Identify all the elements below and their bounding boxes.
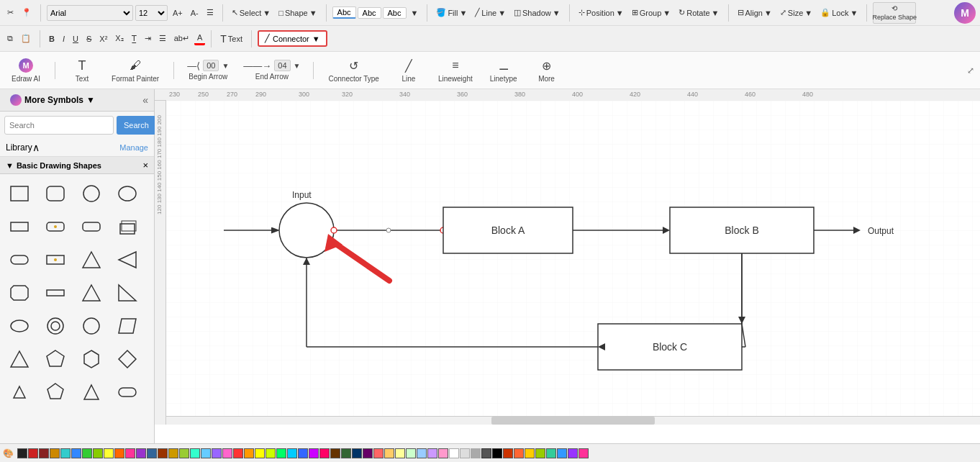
color-yellowgreen[interactable] [535,448,545,458]
search-input[interactable] [4,116,114,135]
size-button[interactable]: ⤢ Size ▼ [777,6,815,19]
shape-short-rect[interactable] [40,278,71,308]
shape-ellipse-small[interactable] [4,311,35,341]
color-lime[interactable] [179,448,189,458]
color-peach[interactable] [384,448,394,458]
begin-arrow-dropdown[interactable]: —⟨ 00 ▼ Begin Arrow [183,58,233,82]
linetype-tool[interactable]: ⚊ Linetype [484,56,523,84]
list-button[interactable]: ☰ [156,32,169,45]
shape-rounded-rect3[interactable] [76,212,106,242]
shape-parallelogram[interactable] [112,311,142,341]
color-spring[interactable] [276,448,286,458]
color-brick[interactable] [503,448,513,458]
canvas-inner[interactable]: Input [166,101,980,425]
expand-connector-bar[interactable]: ⤢ [967,65,974,76]
shape-rect-small[interactable] [4,212,35,242]
shape-triangle2[interactable] [76,278,106,308]
shape-triangle4[interactable] [76,377,106,407]
align-button[interactable]: ☰ [204,6,217,19]
style-abc2[interactable]: Abc [358,7,381,19]
color-lavender[interactable] [212,448,222,458]
shape-pentagon[interactable] [40,344,71,374]
copy-button[interactable]: ⧉ [4,32,16,45]
color-sunflower[interactable] [525,448,535,458]
color-rose[interactable] [222,448,232,458]
shape-rect-shadow[interactable] [112,212,142,242]
scroll-thumb-h[interactable] [491,417,654,425]
shape-pentagon2[interactable] [40,377,71,407]
color-darkbrown[interactable] [330,448,340,458]
color-green1[interactable] [82,448,92,458]
color-violet[interactable] [309,448,319,458]
color-orange[interactable] [50,448,60,458]
edraw-ai-tool[interactable]: M Edraw AI [6,56,46,84]
library-expand-icon[interactable]: ∧ [32,142,40,153]
color-honeydew[interactable] [406,448,416,458]
shape-rounded-rect[interactable] [40,178,71,209]
shape-stadium[interactable] [4,245,35,275]
color-dodgerblue[interactable] [557,448,567,458]
rotate-button[interactable]: ↻ Rotate ▼ [676,6,722,19]
color-mediumspring[interactable] [546,448,556,458]
shape-rect-dot[interactable] [40,245,71,275]
color-black[interactable] [492,448,502,458]
styles-more-button[interactable]: ▼ [408,7,422,19]
horizontal-scrollbar[interactable] [166,416,980,425]
color-teal[interactable] [60,448,71,458]
shape-right-triangle[interactable] [112,278,142,308]
color-purple[interactable] [136,448,146,458]
font-size-select[interactable]: 12 [135,5,168,21]
color-yellow2[interactable] [255,448,265,458]
color-blueviolet[interactable] [568,448,578,458]
decrease-font-button[interactable]: A- [188,7,201,19]
color-yellow[interactable] [104,448,114,458]
color-steel[interactable] [147,448,157,458]
replace-shape-button[interactable]: ⟲ Replace Shape [873,2,916,24]
shape-ring[interactable] [40,311,71,341]
color-brown[interactable] [158,448,168,458]
color-royalblue[interactable] [298,448,308,458]
color-pink[interactable] [125,448,135,458]
font-family-select[interactable]: Arial [47,5,133,21]
underline-button[interactable]: U [70,33,81,45]
color-chartreuse[interactable] [266,448,276,458]
color-skyblue[interactable] [201,448,211,458]
pin-button[interactable]: 📍 [19,6,35,19]
shape-chamfer-rect[interactable] [4,278,35,308]
color-lightyellow[interactable] [395,448,405,458]
bold-button[interactable]: B [46,33,58,45]
color-darkgreen[interactable] [341,448,351,458]
shape-triangle3[interactable] [4,344,35,374]
line-button[interactable]: ╱ Line ▼ [472,6,509,19]
text-format-button[interactable]: T̲ [129,32,140,45]
strikethrough-button[interactable]: S [83,33,94,45]
color-magenta[interactable] [319,448,330,458]
font-color-button[interactable]: A [194,32,205,45]
color-white[interactable] [449,448,459,458]
style-abc1[interactable]: Abc [332,6,356,19]
shape-circle[interactable] [76,178,106,209]
position-button[interactable]: ⊹ Position ▼ [576,6,627,19]
more-symbols-button[interactable]: More Symbols ▼ [6,92,99,108]
format-painter-tool[interactable]: 🖌 Format Painter [106,56,165,84]
color-azure[interactable] [287,448,297,458]
style-abc3[interactable]: Abc [383,7,407,19]
color-lightgray[interactable] [460,448,470,458]
color-crimson[interactable] [233,448,243,458]
shape-rounded-rect2[interactable] [40,212,71,242]
lineweight-tool[interactable]: ≡ Lineweight [432,56,478,84]
text-tool-button[interactable]: T Text [217,32,245,46]
color-blue[interactable] [71,448,81,458]
basic-shapes-close-button[interactable]: × [142,160,148,171]
color-gray[interactable] [471,448,481,458]
italic-button[interactable]: I [60,33,68,45]
manage-label[interactable]: Manage [119,143,148,152]
color-bar-icon[interactable]: 🎨 [3,448,14,458]
search-button[interactable]: Search [117,116,156,135]
shape-small-triangle[interactable] [4,377,35,407]
shape-triangle-right[interactable] [112,245,142,275]
shape-oval[interactable] [112,178,142,209]
shadow-button[interactable]: ◫ Shadow ▼ [511,6,563,19]
color-salmon[interactable] [373,448,384,458]
align2-button[interactable]: ⊟ Align ▼ [735,6,775,19]
